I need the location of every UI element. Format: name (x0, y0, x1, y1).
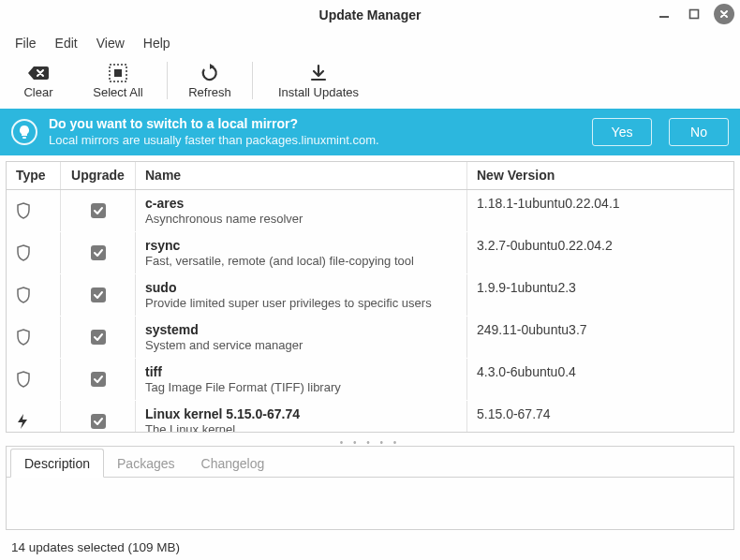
package-desc: System and service manager (145, 338, 303, 352)
package-desc: Fast, versatile, remote (and local) file… (145, 254, 414, 268)
type-cell (7, 190, 61, 231)
bolt-icon (16, 413, 29, 430)
install-label: Install Updates (278, 85, 359, 99)
detail-pane: Description Packages Changelog (6, 446, 734, 530)
mirror-infobar: Do you want to switch to a local mirror?… (0, 109, 740, 155)
table-row[interactable]: rsyncFast, versatile, remote (and local)… (7, 232, 733, 274)
infobar-yes-button[interactable]: Yes (592, 118, 652, 146)
shield-icon (16, 287, 31, 303)
type-cell (7, 359, 61, 400)
upgrade-cell (61, 274, 136, 316)
version-cell: 1.9.9-1ubuntu2.3 (467, 274, 733, 316)
toolbar-separator (252, 62, 253, 99)
window-controls (654, 4, 734, 24)
col-version[interactable]: New Version (467, 162, 733, 189)
menubar: File Edit View Help (0, 30, 740, 56)
download-icon (309, 63, 328, 83)
table-row[interactable]: tiffTag Image File Format (TIFF) library… (7, 359, 733, 401)
toolbar-separator (167, 62, 168, 99)
updates-table: Type Upgrade Name New Version c-aresAsyn… (6, 161, 734, 433)
upgrade-cell (61, 317, 136, 358)
tab-packages[interactable]: Packages (104, 449, 187, 477)
menu-help[interactable]: Help (136, 32, 178, 54)
shield-icon (16, 371, 31, 388)
clear-button[interactable]: Clear (6, 58, 71, 103)
infobar-no-button[interactable]: No (669, 118, 729, 146)
name-cell: c-aresAsynchronous name resolver (136, 190, 467, 231)
maximize-button[interactable] (684, 4, 704, 24)
backspace-icon (27, 63, 50, 83)
table-header: Type Upgrade Name New Version (7, 162, 733, 190)
upgrade-cell (61, 359, 136, 400)
package-name: c-ares (145, 196, 184, 211)
select-all-label: Select All (93, 85, 142, 99)
infobar-question: Do you want to switch to a local mirror? (49, 116, 575, 133)
col-name[interactable]: Name (136, 162, 467, 189)
detail-tabs: Description Packages Changelog (7, 447, 733, 477)
status-text: 14 updates selected (109 MB) (11, 540, 180, 554)
table-row[interactable]: c-aresAsynchronous name resolver1.18.1-1… (7, 190, 733, 232)
menu-edit[interactable]: Edit (48, 32, 85, 54)
menu-view[interactable]: View (89, 32, 132, 54)
table-row[interactable]: Linux kernel 5.15.0-67.74The Linux kerne… (7, 401, 733, 432)
name-cell: systemdSystem and service manager (136, 317, 467, 358)
shield-icon (16, 244, 31, 261)
svg-rect-3 (114, 69, 122, 77)
upgrade-checkbox[interactable] (91, 203, 106, 218)
name-cell: Linux kernel 5.15.0-67.74The Linux kerne… (136, 401, 467, 432)
infobar-subtext: Local mirrors are usually faster than pa… (49, 133, 575, 148)
install-updates-button[interactable]: Install Updates (262, 58, 375, 103)
select-all-button[interactable]: Select All (79, 58, 157, 103)
package-name: tiff (145, 364, 162, 379)
window-title: Update Manager (319, 7, 422, 22)
lightbulb-icon (11, 119, 37, 145)
package-desc: Provide limited super user privileges to… (145, 296, 432, 310)
refresh-button[interactable]: Refresh (177, 58, 243, 103)
version-cell: 5.15.0-67.74 (467, 401, 733, 432)
shield-icon (16, 329, 31, 346)
version-cell: 249.11-0ubuntu3.7 (467, 317, 733, 358)
table-row[interactable]: systemdSystem and service manager249.11-… (7, 317, 733, 359)
package-desc: Asynchronous name resolver (145, 212, 303, 226)
name-cell: sudoProvide limited super user privilege… (136, 274, 467, 316)
upgrade-cell (61, 190, 136, 231)
upgrade-checkbox[interactable] (91, 372, 106, 387)
package-name: Linux kernel 5.15.0-67.74 (145, 406, 300, 421)
upgrade-cell (61, 401, 136, 432)
infobar-text: Do you want to switch to a local mirror?… (49, 116, 575, 148)
titlebar: Update Manager (0, 0, 740, 30)
package-desc: The Linux kernel (145, 422, 235, 432)
tab-description[interactable]: Description (10, 449, 104, 478)
package-name: systemd (145, 322, 199, 337)
minimize-button[interactable] (654, 4, 674, 24)
status-bar: 14 updates selected (109 MB) (0, 534, 740, 560)
close-button[interactable] (714, 4, 734, 24)
version-cell: 3.2.7-0ubuntu0.22.04.2 (467, 232, 733, 273)
col-type[interactable]: Type (7, 162, 61, 189)
col-upgrade[interactable]: Upgrade (61, 162, 136, 189)
upgrade-checkbox[interactable] (91, 287, 106, 302)
package-name: sudo (145, 280, 176, 295)
refresh-label: Refresh (188, 85, 231, 99)
table-row[interactable]: sudoProvide limited super user privilege… (7, 274, 733, 317)
version-cell: 1.18.1-1ubuntu0.22.04.1 (467, 190, 733, 231)
upgrade-checkbox[interactable] (91, 245, 106, 260)
upgrade-checkbox[interactable] (91, 414, 106, 429)
toolbar: Clear Select All Refresh Install Updates (0, 56, 740, 109)
name-cell: tiffTag Image File Format (TIFF) library (136, 359, 467, 400)
package-name: rsync (145, 238, 180, 253)
tab-changelog[interactable]: Changelog (188, 449, 278, 477)
clear-label: Clear (23, 85, 52, 99)
pane-drag-handle[interactable]: • • • • • (0, 438, 740, 446)
svg-rect-5 (22, 137, 26, 139)
type-cell (7, 232, 61, 273)
type-cell (7, 274, 61, 316)
refresh-icon (200, 63, 219, 83)
menu-file[interactable]: File (7, 32, 44, 54)
type-cell (7, 317, 61, 358)
name-cell: rsyncFast, versatile, remote (and local)… (136, 232, 467, 273)
upgrade-checkbox[interactable] (91, 330, 106, 345)
version-cell: 4.3.0-6ubuntu0.4 (467, 359, 733, 400)
select-all-icon (109, 63, 127, 83)
table-body[interactable]: c-aresAsynchronous name resolver1.18.1-1… (7, 190, 733, 432)
